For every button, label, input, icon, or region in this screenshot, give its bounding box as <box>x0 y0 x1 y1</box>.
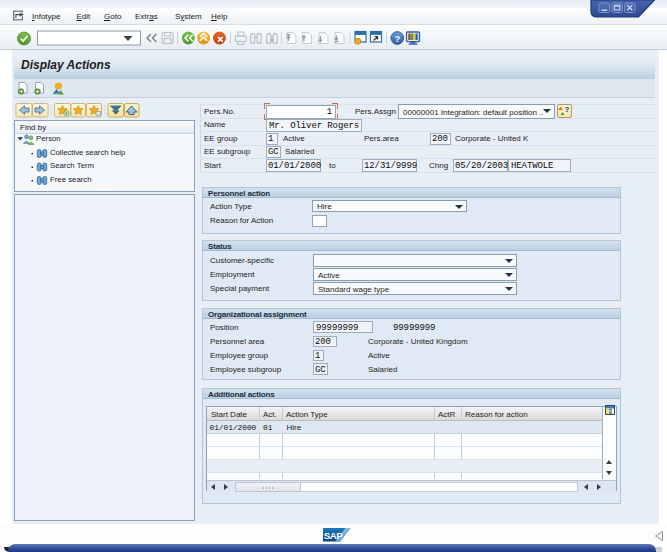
svg-text:?: ? <box>565 105 570 114</box>
svg-text:SAP: SAP <box>324 530 344 541</box>
svg-text:?: ? <box>394 33 400 44</box>
